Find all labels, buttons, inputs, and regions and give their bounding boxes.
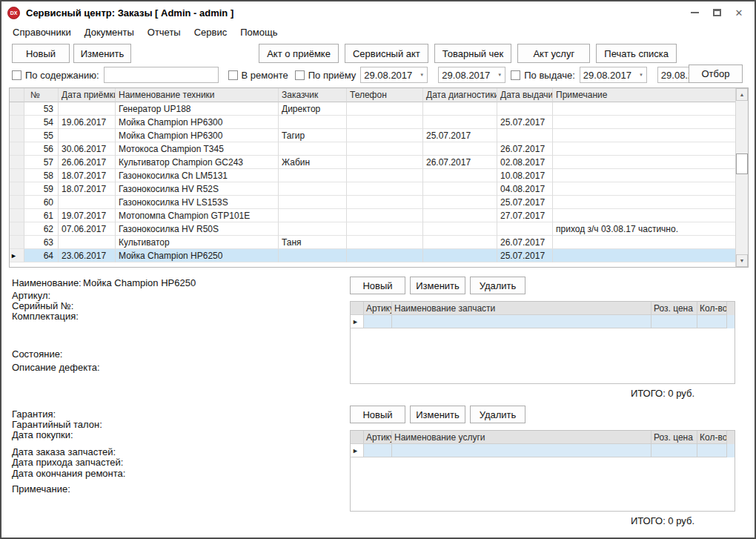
- services-total: ИТОГО: 0 руб.: [631, 515, 694, 526]
- services-col-price[interactable]: Роз. цена: [651, 431, 697, 444]
- service-act-button[interactable]: Сервисный акт: [345, 44, 428, 63]
- parts-col-article[interactable]: Артику: [364, 302, 392, 315]
- parts-empty-row[interactable]: ►: [351, 315, 735, 328]
- minimize-button[interactable]: [683, 3, 706, 22]
- services-header-row: Артику Наименование услуги Роз. цена Кол…: [351, 431, 735, 444]
- cell-issue-date: [497, 102, 553, 116]
- menu-documents[interactable]: Документы: [78, 25, 141, 39]
- services-new-button[interactable]: Новый: [350, 406, 405, 423]
- table-row[interactable]: 58 18.07.2017 Газонокосилка Ch LM5131 10…: [10, 169, 735, 182]
- parts-order-date-label: Дата заказа запчастей:: [12, 446, 116, 457]
- services-act-button[interactable]: Акт услуг: [517, 44, 590, 63]
- cell-phone: [347, 222, 423, 236]
- edit-order-button[interactable]: Изменить: [73, 44, 131, 63]
- cell-phone: [347, 116, 423, 129]
- parts-col-name[interactable]: Наименование запчасти: [392, 302, 651, 315]
- cell-note: [553, 142, 735, 156]
- cell-num: 59: [24, 182, 59, 196]
- row-indicator: [10, 156, 24, 169]
- table-row[interactable]: 61 19.07.2017 Мотопомпа Champion GTP101E…: [10, 209, 735, 222]
- services-delete-button[interactable]: Удалить: [470, 406, 525, 423]
- cell-receipt-date: 07.06.2017: [59, 222, 116, 236]
- col-header-num[interactable]: №: [24, 88, 59, 102]
- by-receipt-label: По приёму: [308, 70, 357, 81]
- menu-service[interactable]: Сервис: [188, 25, 234, 39]
- content-search-input[interactable]: [104, 67, 219, 83]
- row-indicator: [10, 129, 24, 142]
- cell-diag-date: [423, 142, 497, 156]
- cell-num: 55: [24, 129, 59, 142]
- services-col-qty[interactable]: Кол-во: [697, 431, 727, 444]
- parts-col-price[interactable]: Роз. цена: [651, 302, 697, 315]
- vertical-scrollbar[interactable]: ▲ ▼: [735, 88, 748, 267]
- parts-buttons: Новый Изменить Удалить: [350, 277, 525, 294]
- parts-edit-button[interactable]: Изменить: [410, 277, 465, 294]
- table-row[interactable]: 53 Генератор UP188 Директор: [10, 102, 735, 116]
- col-header-customer[interactable]: Заказчик: [279, 88, 347, 102]
- col-header-receipt-date[interactable]: Дата приёмки: [59, 88, 116, 102]
- table-row[interactable]: 57 26.06.2017 Культиватор Champion GC243…: [10, 156, 735, 169]
- table-row[interactable]: 62 07.06.2017 Газонокосилка HV R50S прих…: [10, 222, 735, 236]
- cell-note: приход з/ч 03.08.17 частично.: [553, 222, 735, 236]
- table-row[interactable]: 55 Мойка Champion HP6300 Тагир 25.07.201…: [10, 129, 735, 142]
- parts-total: ИТОГО: 0 руб.: [631, 388, 694, 399]
- services-edit-button[interactable]: Изменить: [410, 406, 465, 423]
- receipt-date-from-combo[interactable]: 29.08.2017 ▼: [360, 67, 428, 83]
- menu-directories[interactable]: Справочники: [6, 25, 78, 39]
- services-col-article[interactable]: Артику: [364, 431, 392, 444]
- col-header-device[interactable]: Наименование техники: [116, 88, 279, 102]
- table-row[interactable]: 54 19.06.2017 Мойка Champion HP6300 25.0…: [10, 116, 735, 129]
- orders-table: № Дата приёмки Наименование техники Зака…: [9, 87, 749, 268]
- by-content-label: По содержанию:: [25, 70, 99, 81]
- cell-diag-date: [423, 236, 497, 249]
- receipt-date-to-combo[interactable]: 29.08.2017 ▼: [438, 67, 505, 83]
- scrollbar-thumb[interactable]: [736, 153, 748, 174]
- table-row[interactable]: 59 18.07.2017 Газонокосилка HV R52S 04.0…: [10, 182, 735, 196]
- sales-receipt-button[interactable]: Товарный чек: [434, 44, 511, 63]
- cell-customer: [279, 169, 347, 182]
- cell-customer: [279, 249, 347, 262]
- new-order-button[interactable]: Новый: [12, 44, 70, 63]
- cell-note: [553, 182, 735, 196]
- scroll-down-button[interactable]: ▼: [736, 254, 748, 267]
- table-row[interactable]: ► 64 23.06.2017 Мойка Champion HP6250 25…: [10, 249, 735, 262]
- in-repair-checkbox[interactable]: [228, 70, 238, 80]
- parts-col-qty[interactable]: Кол-во: [697, 302, 727, 315]
- parts-header-row: Артику Наименование запчасти Роз. цена К…: [351, 302, 735, 315]
- services-col-name[interactable]: Наименование услуги: [392, 431, 651, 444]
- cell-device: Мотопомпа Champion GTP101E: [116, 209, 279, 222]
- scroll-up-button[interactable]: ▲: [736, 88, 748, 101]
- menu-reports[interactable]: Отчеты: [141, 25, 188, 39]
- repair-end-date-label: Дата окончания ремонта:: [12, 468, 125, 479]
- row-indicator-header: [351, 431, 364, 444]
- table-row[interactable]: 60 Газонокосилка HV LS153S 25.07.2017: [10, 196, 735, 209]
- acceptance-act-button[interactable]: Акт о приёмке: [259, 44, 339, 63]
- filter-button[interactable]: Отбор: [689, 65, 743, 83]
- chevron-down-icon: ▼: [497, 73, 502, 77]
- by-receipt-checkbox[interactable]: [295, 70, 305, 80]
- services-empty-row[interactable]: ►: [351, 444, 735, 457]
- cell-note: [553, 169, 735, 182]
- parts-new-button[interactable]: Новый: [350, 277, 405, 294]
- cell-diag-date: 26.07.2017: [423, 156, 497, 169]
- print-buttons-group: Акт о приёмке Сервисный акт Товарный чек…: [259, 44, 677, 63]
- close-button[interactable]: ✕: [728, 3, 750, 22]
- table-row[interactable]: 56 30.06.2017 Мотокоса Champion T345 26.…: [10, 142, 735, 156]
- parts-delete-button[interactable]: Удалить: [470, 277, 525, 294]
- issue-date-from-combo[interactable]: 29.08.2017 ▼: [580, 67, 647, 83]
- col-header-phone[interactable]: Телефон: [347, 88, 423, 102]
- menu-help[interactable]: Помощь: [233, 25, 284, 39]
- cell-receipt-date: 26.06.2017: [59, 156, 116, 169]
- by-issue-checkbox[interactable]: [511, 70, 520, 80]
- col-header-issue-date[interactable]: Дата выдачи: [497, 88, 553, 102]
- maximize-button[interactable]: [706, 3, 728, 22]
- by-content-checkbox[interactable]: [12, 70, 21, 80]
- col-header-diag-date[interactable]: Дата диагностики: [423, 88, 497, 102]
- print-list-button[interactable]: Печать списка: [596, 44, 677, 63]
- row-indicator: [10, 169, 24, 182]
- table-row[interactable]: 63 Культиватор Таня 26.07.2017: [10, 236, 735, 249]
- cell-num: 62: [24, 222, 59, 236]
- by-issue-label: По выдаче:: [524, 70, 575, 81]
- services-table: Артику Наименование услуги Роз. цена Кол…: [350, 430, 735, 512]
- col-header-note[interactable]: Примечание: [553, 88, 735, 102]
